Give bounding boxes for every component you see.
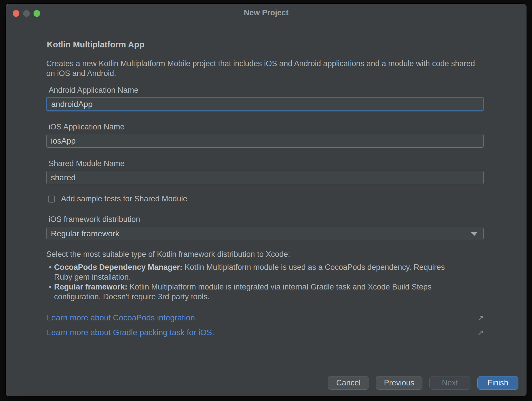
cancel-button[interactable]: Cancel <box>328 376 369 390</box>
ios-application-name-label: iOS Application Name <box>49 123 484 131</box>
page-title: Kotlin Multiplatform App <box>47 41 484 48</box>
framework-help-list: CocoaPods Dependency Manager: Kotlin Mul… <box>46 262 484 302</box>
add-sample-tests-checkbox[interactable] <box>48 196 55 203</box>
ios-framework-distribution-value: Regular framework <box>51 229 119 238</box>
external-link-icon: ↗ <box>477 314 484 322</box>
ios-application-name-input[interactable] <box>46 134 484 148</box>
dialog-content: Kotlin Multiplatform App Creates a new K… <box>6 20 527 370</box>
help-bullet-regular-framework: Regular framework: Kotlin Multiplatform … <box>46 282 457 302</box>
zoom-window-button[interactable] <box>34 10 40 17</box>
gradle-link-row: Learn more about Gradle packing task for… <box>47 328 484 337</box>
ios-framework-distribution-label: iOS framework distribution <box>49 216 484 223</box>
cocoapods-link-row: Learn more about CocoaPods integration. … <box>47 313 484 322</box>
add-sample-tests-label: Add sample tests for Shared Module <box>61 194 187 203</box>
external-link-icon: ↗ <box>477 329 484 336</box>
close-window-button[interactable] <box>13 10 19 17</box>
window-title: New Project <box>6 4 527 20</box>
template-description: Creates a new Kotlin Multiplatform Mobil… <box>46 59 484 78</box>
add-sample-tests-row: Add sample tests for Shared Module <box>48 194 484 203</box>
next-button[interactable]: Next <box>429 376 470 390</box>
android-application-name-input[interactable] <box>46 97 484 111</box>
previous-button[interactable]: Previous <box>376 376 422 390</box>
dialog-footer: Cancel Previous Next Finish <box>6 370 527 396</box>
framework-help-intro: Select the most suitable type of Kotlin … <box>46 250 484 259</box>
android-application-name-label: Android Application Name <box>49 86 484 94</box>
titlebar[interactable]: New Project <box>6 4 527 20</box>
learn-cocoapods-integration-link[interactable]: Learn more about CocoaPods integration. <box>47 313 197 322</box>
shared-module-name-label: Shared Module Name <box>49 160 484 168</box>
traffic-lights <box>13 10 40 17</box>
ios-framework-distribution-select[interactable]: Regular framework <box>46 227 484 240</box>
new-project-dialog: New Project Kotlin Multiplatform App Cre… <box>6 4 527 396</box>
finish-button[interactable]: Finish <box>477 376 518 390</box>
minimize-window-button[interactable] <box>23 10 30 17</box>
shared-module-name-input[interactable] <box>46 171 484 184</box>
chevron-down-icon <box>471 232 477 236</box>
help-bullet-cocoapods: CocoaPods Dependency Manager: Kotlin Mul… <box>46 262 457 282</box>
learn-gradle-packing-link[interactable]: Learn more about Gradle packing task for… <box>47 328 214 337</box>
